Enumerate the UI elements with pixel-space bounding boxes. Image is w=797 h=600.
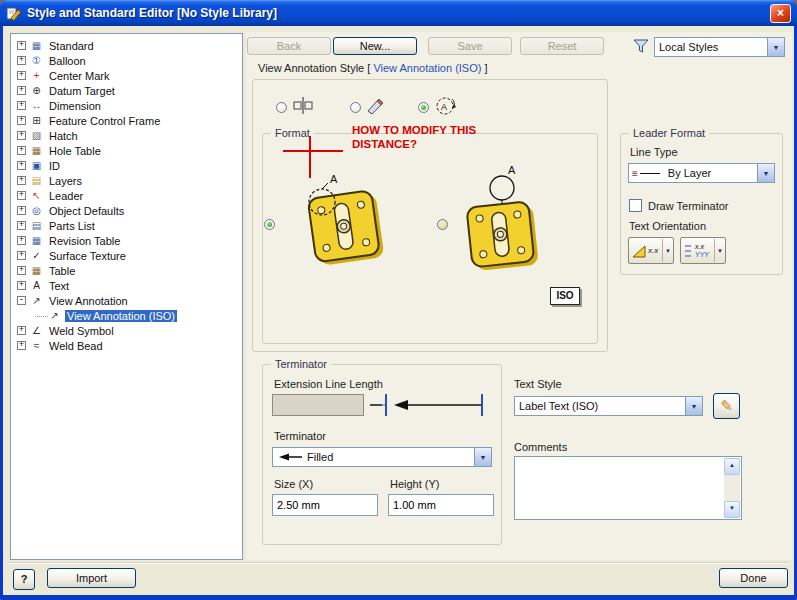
format-group-title: Format xyxy=(271,127,314,139)
styles-filter-select[interactable]: Local Styles ▼ xyxy=(654,37,785,57)
view-annotation-icon: ↗ xyxy=(30,294,43,307)
left-part-preview: A xyxy=(292,170,398,272)
display-option-radio-3[interactable] xyxy=(418,102,429,113)
new-button[interactable]: New... xyxy=(333,37,417,55)
tree-expander[interactable]: - xyxy=(17,296,26,305)
size-x-field[interactable] xyxy=(272,494,378,516)
tree-expander[interactable]: + xyxy=(17,131,26,140)
tree-item[interactable]: +▦Revision Table xyxy=(11,233,242,248)
import-button[interactable]: Import xyxy=(47,568,136,588)
help-button[interactable]: ? xyxy=(13,569,35,590)
save-button[interactable]: Save xyxy=(428,37,512,55)
terminator-select[interactable]: Filled ▼ xyxy=(272,447,492,467)
page-title-prefix: View Annotation Style [ xyxy=(258,62,370,74)
tree-expander[interactable]: + xyxy=(17,206,26,215)
draw-terminator-checkbox[interactable] xyxy=(629,199,642,212)
tree[interactable]: +▦Standard+①Balloon++Center Mark+⊕Datum … xyxy=(10,33,243,560)
center-mark-icon: + xyxy=(30,69,43,82)
tree-item[interactable]: +AText xyxy=(11,278,242,293)
tree-item[interactable]: +✓Surface Texture xyxy=(11,248,242,263)
terminator-group-title: Terminator xyxy=(271,358,331,370)
left-view-radio[interactable] xyxy=(264,219,275,230)
hatch-icon: ▨ xyxy=(30,129,43,142)
tree-item-label: Center Mark xyxy=(47,70,112,82)
tree-expander[interactable]: + xyxy=(17,251,26,260)
tree-item[interactable]: +▣ID xyxy=(11,158,242,173)
tree-item[interactable]: +▤Parts List xyxy=(11,218,242,233)
text-style-select[interactable]: Label Text (ISO) ▼ xyxy=(514,396,703,416)
text-orientation-label: Text Orientation xyxy=(629,220,706,232)
standard-icon: ▦ xyxy=(30,39,43,52)
tree-item[interactable]: -↗View Annotation xyxy=(11,293,242,308)
tree-item[interactable]: +⊕Datum Target xyxy=(11,83,242,98)
red-annotation-line1: HOW TO MODIFY THIS xyxy=(352,123,476,137)
text-icon: A xyxy=(30,279,43,292)
tree-item[interactable]: +▦Table xyxy=(11,263,242,278)
help-icon: ? xyxy=(21,573,28,585)
text-orientation-button-1[interactable]: x.x ▼ xyxy=(628,237,674,264)
extension-line-length-field[interactable] xyxy=(272,394,364,416)
tree-expander[interactable]: + xyxy=(17,56,26,65)
tree-expander[interactable]: + xyxy=(17,221,26,230)
tree-item[interactable]: +▤Layers xyxy=(11,173,242,188)
titlebar[interactable]: Style and Standard Editor [No Style Libr… xyxy=(0,0,797,26)
tree-item[interactable]: +▦Hole Table xyxy=(11,143,242,158)
tree-expander[interactable]: + xyxy=(17,161,26,170)
tree-expander[interactable]: + xyxy=(17,71,26,80)
tree-expander[interactable]: + xyxy=(17,176,26,185)
back-button[interactable]: Back xyxy=(247,37,331,55)
tree-item[interactable]: +≈Weld Bead xyxy=(11,338,242,353)
tree-expander[interactable]: + xyxy=(17,116,26,125)
tree-expander[interactable]: + xyxy=(17,41,26,50)
tree-expander[interactable]: + xyxy=(17,191,26,200)
tree-item[interactable]: +①Balloon xyxy=(11,53,242,68)
tree-item[interactable]: ++Center Mark xyxy=(11,68,242,83)
scroll-up-icon[interactable]: ▲ xyxy=(724,458,740,475)
text-orientation-button-2[interactable]: x.x YYY ▼ xyxy=(680,237,726,264)
done-button[interactable]: Done xyxy=(719,568,788,588)
tree-item-label: Hatch xyxy=(47,130,80,142)
tree-item-label: Feature Control Frame xyxy=(47,115,162,127)
chevron-down-icon[interactable]: ▼ xyxy=(662,239,671,262)
chevron-down-icon[interactable]: ▼ xyxy=(714,239,723,262)
tree-item[interactable]: +▦Standard xyxy=(11,38,242,53)
tree-item[interactable]: ↗View Annotation (ISO) xyxy=(11,308,242,323)
chevron-down-icon[interactable]: ▼ xyxy=(474,448,491,466)
tree-expander[interactable]: + xyxy=(17,326,26,335)
tree-expander[interactable]: + xyxy=(17,341,26,350)
line-type-select[interactable]: ≡ By Layer ▼ xyxy=(628,163,775,183)
filter-icon[interactable] xyxy=(633,38,649,54)
window-title: Style and Standard Editor [No Style Libr… xyxy=(27,6,770,20)
tree-expander[interactable]: + xyxy=(17,281,26,290)
red-annotation-line2: DISTANCE? xyxy=(352,137,476,151)
chevron-down-icon[interactable]: ▼ xyxy=(767,38,784,56)
height-y-field[interactable] xyxy=(388,494,494,516)
tree-expander[interactable]: + xyxy=(17,146,26,155)
edit-text-style-button[interactable]: ✎ xyxy=(713,393,740,419)
balloon-icon: ① xyxy=(30,54,43,67)
comments-field[interactable]: ▲ ▼ xyxy=(514,456,742,520)
tree-item-label: ID xyxy=(47,160,62,172)
tree-item[interactable]: +▨Hatch xyxy=(11,128,242,143)
tree-item-label: View Annotation xyxy=(47,295,130,307)
tree-item[interactable]: +◎Object Defaults xyxy=(11,203,242,218)
right-view-radio[interactable] xyxy=(437,219,448,230)
display-option-radio-2[interactable] xyxy=(350,102,361,113)
terminator-value: Filled xyxy=(303,451,474,463)
tree-item[interactable]: +⊞Feature Control Frame xyxy=(11,113,242,128)
reset-button[interactable]: Reset xyxy=(520,37,604,55)
tree-item[interactable]: +↖Leader xyxy=(11,188,242,203)
tree-item[interactable]: +∠Weld Symbol xyxy=(11,323,242,338)
chevron-down-icon[interactable]: ▼ xyxy=(757,164,774,182)
tree-expander[interactable]: + xyxy=(17,266,26,275)
comments-scrollbar[interactable]: ▲ ▼ xyxy=(724,458,740,518)
close-button[interactable]: × xyxy=(770,4,791,23)
tree-expander[interactable]: + xyxy=(17,236,26,245)
chevron-down-icon[interactable]: ▼ xyxy=(685,397,702,415)
tree-expander[interactable]: + xyxy=(17,101,26,110)
scroll-down-icon[interactable]: ▼ xyxy=(724,501,740,518)
option-icon-letter: A xyxy=(441,102,447,112)
tree-item[interactable]: +↔Dimension xyxy=(11,98,242,113)
display-option-radio-1[interactable] xyxy=(276,102,287,113)
tree-expander[interactable]: + xyxy=(17,86,26,95)
